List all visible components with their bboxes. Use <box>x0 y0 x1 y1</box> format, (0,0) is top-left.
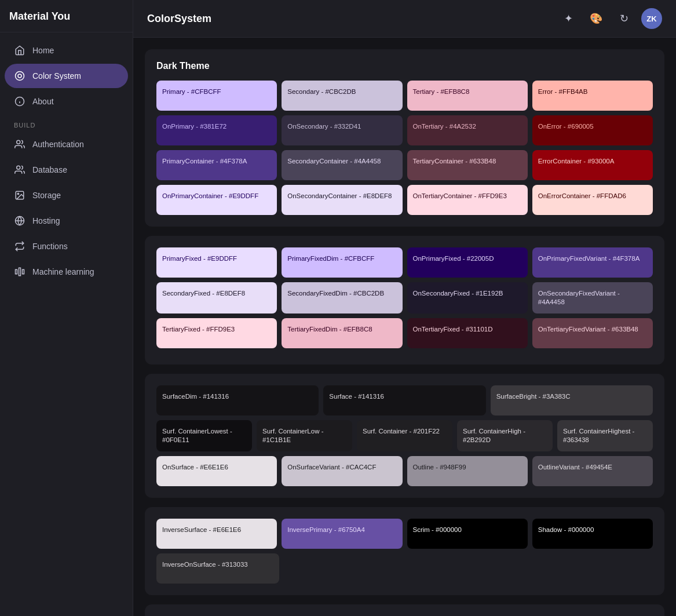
nav-section-label: Build <box>0 115 133 131</box>
svg-point-5 <box>17 140 20 144</box>
dark-theme-title: Dark Theme <box>156 61 653 71</box>
sidebar-item-functions[interactable]: Functions <box>5 234 128 258</box>
app-name: Material You <box>9 10 70 22</box>
color-cell: Tertiary - #EFB8C8 <box>407 81 528 111</box>
color-cell: TertiaryContainer - #633B48 <box>407 150 528 180</box>
color-cell: OnTertiaryFixed - #31101D <box>407 318 528 348</box>
sidebar-item-about[interactable]: About <box>5 89 128 114</box>
sidebar-item-label: Functions <box>32 242 68 251</box>
sidebar-item-color-system[interactable]: Color System <box>5 64 128 88</box>
color-cell: SecondaryContainer - #4A4458 <box>282 150 402 180</box>
color-cell: OnPrimary - #381E72 <box>156 115 277 145</box>
color-cell: Surf. ContainerLow - #1C1B1E <box>257 420 352 451</box>
sidebar-item-home[interactable]: Home <box>5 38 128 63</box>
color-cell: InverseOnSurface - #313033 <box>156 553 279 584</box>
fixed-section: PrimaryFixed - #E9DDFFPrimaryFixedDim - … <box>145 236 664 365</box>
color-cell: Surf. ContainerHighest - #363438 <box>557 420 653 451</box>
storage-icon <box>14 189 25 201</box>
surface-section: SurfaceDim - #141316Surface - #141316Sur… <box>145 374 664 498</box>
content-area: Dark Theme Primary - #CFBCFFSecondary - … <box>133 38 676 616</box>
color-cell: InverseSurface - #E6E1E6 <box>156 519 277 549</box>
color-cell: Shadow - #000000 <box>532 519 653 549</box>
color-cell: OutlineVariant - #49454E <box>532 456 653 486</box>
color-cell: SecondaryFixed - #E8DEF8 <box>156 282 277 314</box>
authentication-icon <box>14 138 25 150</box>
color-cell: Secondary - #CBC2DB <box>282 81 402 111</box>
color-cell: Surf. ContainerLowest - #0F0E11 <box>156 420 252 451</box>
color-cell: PrimaryFixed - #E9DDFF <box>156 247 277 278</box>
color-cell: InversePrimary - #6750A4 <box>282 519 402 549</box>
sidebar-item-label: Authentication <box>32 140 84 149</box>
app-logo: Material You <box>0 0 133 32</box>
sidebar-nav: HomeColor SystemAboutBuildAuthentication… <box>0 32 133 290</box>
main-content: ColorSystem ✦ 🎨 ↻ ZK Dark Theme Primary … <box>133 0 676 616</box>
color-cell: OnError - #690005 <box>532 115 653 145</box>
svg-point-1 <box>18 74 21 78</box>
color-cell: Scrim - #000000 <box>407 519 528 549</box>
inverse-section: InverseSurface - #E6E1E6InversePrimary -… <box>145 507 664 595</box>
about-icon <box>14 96 25 107</box>
sidebar-item-hosting[interactable]: Hosting <box>5 209 128 233</box>
inverse-empty <box>284 553 653 584</box>
color-cell: OnTertiaryContainer - #FFD9E3 <box>407 185 528 215</box>
color-cell: Primary - #CFBCFF <box>156 81 277 111</box>
color-cell: SecondaryFixedDim - #CBC2DB <box>282 282 402 314</box>
svg-rect-13 <box>23 269 24 274</box>
sidebar-item-label: About <box>32 97 54 106</box>
color-cell: OnSecondary - #332D41 <box>282 115 402 145</box>
svg-rect-11 <box>16 269 17 274</box>
svg-point-8 <box>17 193 19 194</box>
sidebar-item-storage[interactable]: Storage <box>5 183 128 207</box>
sidebar-item-authentication[interactable]: Authentication <box>5 132 128 156</box>
color-cell: OnPrimaryFixedVariant - #4F378A <box>532 247 653 278</box>
color-cell: OnTertiaryFixedVariant - #633B48 <box>532 318 653 348</box>
color-cell: OnErrorContainer - #FFDAD6 <box>532 185 653 215</box>
color-cell: OnSecondaryFixed - #1E192B <box>407 282 528 314</box>
color-cell: TertiaryFixedDim - #EFB8C8 <box>282 318 402 348</box>
color-cell: PrimaryContainer - #4F378A <box>156 150 277 180</box>
topbar: ColorSystem ✦ 🎨 ↻ ZK <box>133 0 676 38</box>
color-cell: SurfaceDim - #141316 <box>156 385 319 415</box>
color-system-icon <box>14 70 25 82</box>
sidebar-item-label: Home <box>32 46 54 55</box>
hosting-icon <box>14 215 25 227</box>
color-cell: Surface - #141316 <box>323 385 485 415</box>
svg-point-0 <box>16 72 24 81</box>
refresh-icon-button[interactable]: ↻ <box>613 8 634 29</box>
sidebar-item-database[interactable]: Database <box>5 158 128 182</box>
sidebar-item-label: Storage <box>32 191 61 200</box>
color-cell: OnTertiary - #4A2532 <box>407 115 528 145</box>
color-cell: OnSurfaceVariant - #CAC4CF <box>282 456 402 486</box>
color-cell: OnSecondaryFixedVariant - #4A4458 <box>532 282 653 314</box>
functions-icon <box>14 240 25 252</box>
user-avatar[interactable]: ZK <box>641 8 662 29</box>
color-cell: SurfaceBright - #3A383C <box>491 385 653 415</box>
database-icon <box>14 164 25 176</box>
color-cell: Surf. Container - #201F22 <box>357 420 452 451</box>
color-cell: PrimaryFixedDim - #CFBCFF <box>282 247 402 278</box>
color-cell: ErrorContainer - #93000A <box>532 150 653 180</box>
palette-icon-button[interactable]: 🎨 <box>586 8 606 29</box>
color-cell: OnPrimaryContainer - #E9DDFF <box>156 185 277 215</box>
sidebar-item-label: Hosting <box>32 216 60 225</box>
color-cell: Outline - #948F99 <box>407 456 528 486</box>
color-cell: OnPrimaryFixed - #22005D <box>407 247 528 278</box>
color-cell: Error - #FFB4AB <box>532 81 653 111</box>
sidebar-item-label: Color System <box>32 71 81 81</box>
sidebar-item-label: Machine learning <box>32 267 94 276</box>
topbar-actions: ✦ 🎨 ↻ ZK <box>558 8 662 29</box>
dark-theme-section: Dark Theme Primary - #CFBCFFSecondary - … <box>145 49 664 227</box>
theme-icon-button[interactable]: ✦ <box>558 8 579 29</box>
svg-point-6 <box>17 166 20 169</box>
home-icon <box>14 45 25 56</box>
color-cell: TertiaryFixed - #FFD9E3 <box>156 318 277 348</box>
sidebar: Material You HomeColor SystemAboutBuildA… <box>0 0 133 616</box>
page-title: ColorSystem <box>147 13 211 25</box>
custom-colors-section: Custom Colors Info - #A9C7FFOnInfo - #00… <box>145 604 664 616</box>
sidebar-item-label: Database <box>32 165 67 174</box>
machine-learning-icon <box>14 266 25 278</box>
sidebar-item-machine-learning[interactable]: Machine learning <box>5 260 128 284</box>
svg-rect-12 <box>19 268 21 276</box>
color-cell: OnSecondaryContainer - #E8DEF8 <box>282 185 402 215</box>
color-cell: OnSurface - #E6E1E6 <box>156 456 277 486</box>
